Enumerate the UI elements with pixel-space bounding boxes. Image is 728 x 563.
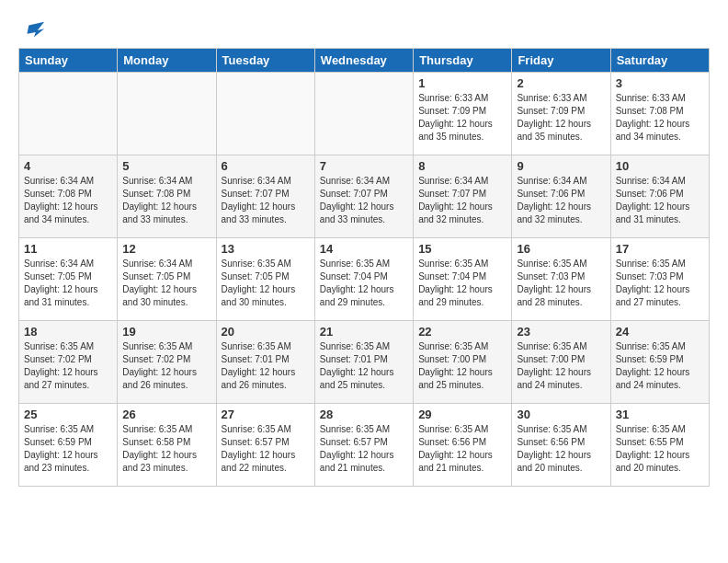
day-number: 26 [122,408,210,421]
calendar-cell: 22Sunrise: 6:35 AM Sunset: 7:00 PM Dayli… [414,321,512,404]
logo-bird-icon [20,18,46,44]
calendar-cell: 23Sunrise: 6:35 AM Sunset: 7:00 PM Dayli… [512,321,610,404]
calendar-cell: 29Sunrise: 6:35 AM Sunset: 6:56 PM Dayli… [414,404,512,487]
day-number: 3 [616,76,704,90]
day-info: Sunrise: 6:35 AM Sunset: 6:57 PM Dayligh… [320,423,408,475]
calendar-cell: 12Sunrise: 6:34 AM Sunset: 7:05 PM Dayli… [118,238,216,321]
day-info: Sunrise: 6:34 AM Sunset: 7:05 PM Dayligh… [24,258,112,309]
day-number: 14 [320,242,408,256]
day-info: Sunrise: 6:35 AM Sunset: 7:03 PM Dayligh… [517,258,605,309]
day-info: Sunrise: 6:35 AM Sunset: 7:02 PM Dayligh… [24,340,112,392]
calendar-header-row: SundayMondayTuesdayWednesdayThursdayFrid… [19,49,710,73]
calendar-cell: 10Sunrise: 6:34 AM Sunset: 7:06 PM Dayli… [610,155,709,238]
day-number: 4 [24,159,112,173]
day-info: Sunrise: 6:35 AM Sunset: 6:59 PM Dayligh… [616,340,704,392]
day-info: Sunrise: 6:35 AM Sunset: 7:05 PM Dayligh… [222,258,310,309]
day-info: Sunrise: 6:35 AM Sunset: 7:01 PM Dayligh… [320,340,408,392]
calendar-cell: 21Sunrise: 6:35 AM Sunset: 7:01 PM Dayli… [314,321,413,404]
day-info: Sunrise: 6:35 AM Sunset: 7:04 PM Dayligh… [320,258,408,309]
calendar-cell: 28Sunrise: 6:35 AM Sunset: 6:57 PM Dayli… [314,404,413,487]
calendar-cell: 13Sunrise: 6:35 AM Sunset: 7:05 PM Dayli… [216,238,314,321]
calendar-week-row: 1Sunrise: 6:33 AM Sunset: 7:09 PM Daylig… [19,73,710,155]
day-number: 8 [418,159,506,173]
day-info: Sunrise: 6:33 AM Sunset: 7:08 PM Dayligh… [616,92,704,144]
calendar-cell: 9Sunrise: 6:34 AM Sunset: 7:06 PM Daylig… [512,155,610,238]
day-of-week-header: Sunday [19,49,118,73]
day-number: 23 [517,325,605,339]
svg-marker-0 [27,22,44,38]
day-of-week-header: Wednesday [314,49,413,73]
calendar-week-row: 25Sunrise: 6:35 AM Sunset: 6:59 PM Dayli… [19,404,710,487]
day-number: 7 [320,159,408,173]
day-info: Sunrise: 6:34 AM Sunset: 7:08 PM Dayligh… [24,175,112,226]
day-info: Sunrise: 6:34 AM Sunset: 7:07 PM Dayligh… [222,175,310,226]
calendar-cell [19,73,118,155]
day-of-week-header: Saturday [610,49,709,73]
day-number: 10 [616,159,704,173]
calendar-cell [314,73,413,155]
day-number: 6 [222,159,310,173]
page-header [18,18,710,39]
day-info: Sunrise: 6:35 AM Sunset: 6:55 PM Dayligh… [616,423,704,475]
day-number: 12 [122,242,210,256]
day-info: Sunrise: 6:35 AM Sunset: 6:58 PM Dayligh… [122,423,210,475]
calendar-cell: 18Sunrise: 6:35 AM Sunset: 7:02 PM Dayli… [19,321,118,404]
day-info: Sunrise: 6:35 AM Sunset: 7:00 PM Dayligh… [418,340,506,392]
day-info: Sunrise: 6:35 AM Sunset: 6:59 PM Dayligh… [24,423,112,475]
day-of-week-header: Tuesday [216,49,314,73]
day-of-week-header: Friday [512,49,610,73]
calendar-table: SundayMondayTuesdayWednesdayThursdayFrid… [18,48,710,487]
day-info: Sunrise: 6:35 AM Sunset: 7:01 PM Dayligh… [222,340,310,392]
calendar-week-row: 4Sunrise: 6:34 AM Sunset: 7:08 PM Daylig… [19,155,710,238]
day-info: Sunrise: 6:34 AM Sunset: 7:08 PM Dayligh… [122,175,210,226]
calendar-cell: 30Sunrise: 6:35 AM Sunset: 6:56 PM Dayli… [512,404,610,487]
day-number: 22 [418,325,506,339]
calendar-cell: 11Sunrise: 6:34 AM Sunset: 7:05 PM Dayli… [19,238,118,321]
day-number: 19 [122,325,210,339]
calendar-cell: 5Sunrise: 6:34 AM Sunset: 7:08 PM Daylig… [118,155,216,238]
calendar-cell: 8Sunrise: 6:34 AM Sunset: 7:07 PM Daylig… [414,155,512,238]
day-of-week-header: Monday [118,49,216,73]
day-info: Sunrise: 6:35 AM Sunset: 6:57 PM Dayligh… [222,423,310,475]
day-number: 9 [517,159,605,173]
calendar-cell: 17Sunrise: 6:35 AM Sunset: 7:03 PM Dayli… [610,238,709,321]
day-number: 28 [320,408,408,421]
calendar-cell: 14Sunrise: 6:35 AM Sunset: 7:04 PM Dayli… [314,238,413,321]
calendar-cell: 25Sunrise: 6:35 AM Sunset: 6:59 PM Dayli… [19,404,118,487]
calendar-cell: 27Sunrise: 6:35 AM Sunset: 6:57 PM Dayli… [216,404,314,487]
day-number: 29 [418,408,506,421]
day-number: 18 [24,325,112,339]
calendar-cell: 15Sunrise: 6:35 AM Sunset: 7:04 PM Dayli… [414,238,512,321]
day-number: 15 [418,242,506,256]
calendar-cell: 1Sunrise: 6:33 AM Sunset: 7:09 PM Daylig… [414,73,512,155]
calendar-week-row: 18Sunrise: 6:35 AM Sunset: 7:02 PM Dayli… [19,321,710,404]
day-number: 17 [616,242,704,256]
day-number: 21 [320,325,408,339]
day-info: Sunrise: 6:35 AM Sunset: 7:00 PM Dayligh… [517,340,605,392]
day-of-week-header: Thursday [414,49,512,73]
day-number: 1 [418,76,506,90]
calendar-cell: 20Sunrise: 6:35 AM Sunset: 7:01 PM Dayli… [216,321,314,404]
day-info: Sunrise: 6:35 AM Sunset: 6:56 PM Dayligh… [418,423,506,475]
day-info: Sunrise: 6:34 AM Sunset: 7:07 PM Dayligh… [418,175,506,226]
calendar-cell: 7Sunrise: 6:34 AM Sunset: 7:07 PM Daylig… [314,155,413,238]
calendar-week-row: 11Sunrise: 6:34 AM Sunset: 7:05 PM Dayli… [19,238,710,321]
calendar-cell: 6Sunrise: 6:34 AM Sunset: 7:07 PM Daylig… [216,155,314,238]
calendar-cell: 3Sunrise: 6:33 AM Sunset: 7:08 PM Daylig… [610,73,709,155]
day-number: 30 [517,408,605,421]
day-number: 5 [122,159,210,173]
day-info: Sunrise: 6:33 AM Sunset: 7:09 PM Dayligh… [517,92,605,144]
day-info: Sunrise: 6:35 AM Sunset: 6:56 PM Dayligh… [517,423,605,475]
calendar-cell: 19Sunrise: 6:35 AM Sunset: 7:02 PM Dayli… [118,321,216,404]
day-number: 11 [24,242,112,256]
day-number: 2 [517,76,605,90]
day-number: 27 [222,408,310,421]
logo [18,18,46,39]
day-info: Sunrise: 6:35 AM Sunset: 7:02 PM Dayligh… [122,340,210,392]
day-number: 16 [517,242,605,256]
calendar-cell: 26Sunrise: 6:35 AM Sunset: 6:58 PM Dayli… [118,404,216,487]
calendar-cell [118,73,216,155]
calendar-cell: 2Sunrise: 6:33 AM Sunset: 7:09 PM Daylig… [512,73,610,155]
calendar-cell: 16Sunrise: 6:35 AM Sunset: 7:03 PM Dayli… [512,238,610,321]
day-info: Sunrise: 6:34 AM Sunset: 7:06 PM Dayligh… [517,175,605,226]
